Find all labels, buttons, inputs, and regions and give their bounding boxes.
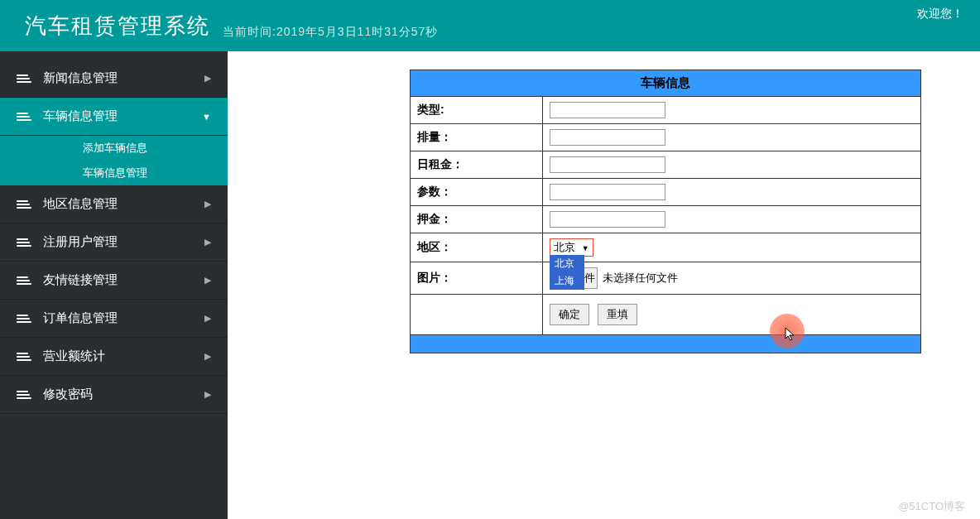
sidebar-item-users[interactable]: 注册用户管理 ▶ [0, 223, 228, 262]
app-title: 汽车租赁管理系统 [25, 12, 210, 41]
label-deposit: 押金： [411, 206, 543, 233]
welcome-text: 欢迎您！ [917, 7, 963, 22]
menu-icon [17, 238, 31, 247]
region-option[interactable]: 上海 [550, 272, 584, 290]
sidebar-item-label: 订单信息管理 [43, 310, 118, 326]
sidebar-item-label: 友情链接管理 [43, 272, 118, 288]
sidebar-item-label: 营业额统计 [43, 348, 105, 364]
submenu-add-vehicle[interactable]: 添加车辆信息 [0, 136, 228, 161]
sidebar: 新闻信息管理 ▶ 车辆信息管理 ▼ 添加车辆信息 车辆信息管理 地区信息管理 ▶ [0, 51, 228, 519]
input-displacement[interactable] [550, 129, 665, 146]
sidebar-item-password[interactable]: 修改密码 ▶ [0, 376, 228, 414]
input-type[interactable] [550, 102, 665, 118]
submenu-vehicle: 添加车辆信息 车辆信息管理 [0, 136, 228, 185]
label-region: 地区： [411, 233, 543, 262]
header: 汽车租赁管理系统 当前时间:2019年5月3日11时31分57秒 欢迎您！ [0, 0, 980, 51]
submit-button[interactable]: 确定 [550, 304, 589, 325]
chevron-down-icon: ▼ [202, 112, 211, 122]
sidebar-item-label: 车辆信息管理 [43, 108, 118, 124]
sidebar-item-label: 注册用户管理 [43, 234, 118, 250]
chevron-right-icon: ▶ [204, 275, 211, 286]
chevron-right-icon: ▶ [204, 199, 211, 209]
chevron-right-icon: ▶ [204, 73, 211, 84]
sidebar-item-region[interactable]: 地区信息管理 ▶ [0, 185, 228, 223]
label-params: 参数： [411, 179, 543, 206]
submenu-manage-vehicle[interactable]: 车辆信息管理 [0, 161, 228, 185]
input-deposit[interactable] [550, 211, 665, 228]
form-title: 车辆信息 [411, 70, 921, 97]
sidebar-item-orders[interactable]: 订单信息管理 ▶ [0, 300, 228, 338]
chevron-right-icon: ▶ [204, 313, 211, 324]
menu-icon [17, 200, 31, 209]
chevron-right-icon: ▶ [204, 237, 211, 247]
label-daily-rent: 日租金： [411, 151, 543, 179]
sidebar-item-vehicle[interactable]: 车辆信息管理 ▼ [0, 98, 228, 136]
main-content: 车辆信息 类型: 排量： 日租金： 参数： 押金： 地区： [228, 51, 980, 519]
current-time: 当前时间:2019年5月3日11时31分57秒 [223, 25, 438, 40]
region-option[interactable]: 北京 [550, 255, 584, 272]
menu-icon [17, 113, 31, 121]
menu-icon [17, 353, 31, 361]
sidebar-item-label: 修改密码 [43, 387, 93, 402]
region-dropdown: 北京 上海 [550, 255, 584, 290]
input-daily-rent[interactable] [550, 156, 665, 173]
sidebar-item-news[interactable]: 新闻信息管理 ▶ [0, 60, 228, 98]
label-type: 类型: [411, 97, 543, 124]
chevron-right-icon: ▶ [204, 389, 211, 400]
sidebar-item-label: 新闻信息管理 [43, 70, 118, 86]
input-params[interactable] [550, 184, 665, 200]
label-empty [411, 295, 543, 335]
sidebar-item-label: 地区信息管理 [43, 196, 118, 212]
label-displacement: 排量： [411, 124, 543, 151]
file-status: 未选择任何文件 [603, 271, 678, 286]
sidebar-item-links[interactable]: 友情链接管理 ▶ [0, 262, 228, 300]
menu-icon [17, 391, 31, 399]
reset-button[interactable]: 重填 [598, 304, 637, 325]
form-footer [411, 335, 921, 353]
sidebar-item-revenue[interactable]: 营业额统计 ▶ [0, 338, 228, 376]
vehicle-form-table: 车辆信息 类型: 排量： 日租金： 参数： 押金： 地区： [410, 70, 921, 353]
menu-icon [17, 315, 31, 323]
menu-icon [17, 276, 31, 285]
select-region[interactable]: 北京 北京 上海 [550, 238, 593, 257]
chevron-right-icon: ▶ [204, 351, 211, 362]
watermark: @51CTO博客 [898, 499, 965, 514]
menu-icon [17, 74, 31, 83]
label-image: 图片： [411, 262, 543, 295]
